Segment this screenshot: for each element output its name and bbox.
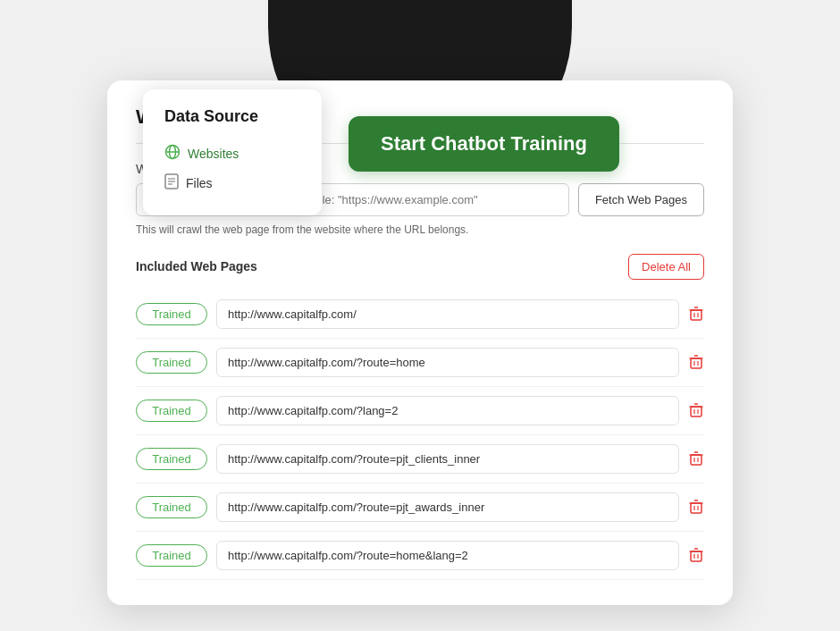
status-badge: Trained	[136, 448, 207, 470]
page-url: http://www.capitalfp.com/?route=home	[216, 348, 679, 377]
page-url: http://www.capitalfp.com/	[216, 299, 679, 329]
page-url: http://www.capitalfp.com/?route=pjt_clie…	[216, 444, 679, 474]
globe-icon	[164, 144, 181, 163]
table-row: Trained http://www.capitalfp.com/?route=…	[136, 484, 704, 532]
dropdown-websites-label: Websites	[188, 147, 239, 161]
status-badge: Trained	[136, 303, 207, 325]
table-row: Trained http://www.capitalfp.com/?route=…	[136, 435, 704, 484]
table-row: Trained http://www.capitalfp.com/?route=…	[136, 532, 704, 580]
web-pages-list: Trained http://www.capitalfp.com/ Traine…	[136, 290, 704, 580]
dropdown-files-label: Files	[186, 176, 213, 190]
svg-rect-17	[691, 407, 701, 416]
page-url: http://www.capitalfp.com/?lang=2	[216, 396, 679, 425]
delete-icon[interactable]	[688, 547, 704, 563]
delete-all-button[interactable]: Delete All	[628, 254, 704, 280]
status-badge: Trained	[136, 544, 207, 567]
delete-icon[interactable]	[688, 450, 704, 467]
svg-rect-27	[691, 503, 701, 513]
status-badge: Trained	[136, 400, 207, 422]
svg-rect-7	[691, 310, 701, 320]
table-row: Trained http://www.capitalfp.com/?lang=2	[136, 387, 704, 435]
page-url: http://www.capitalfp.com/?route=home&lan…	[216, 541, 679, 570]
included-header: Included Web Pages Delete All	[136, 254, 704, 280]
table-row: Trained http://www.capitalfp.com/	[136, 290, 704, 339]
svg-rect-32	[691, 551, 701, 561]
page-url: http://www.capitalfp.com/?route=pjt_awar…	[216, 492, 679, 522]
svg-rect-22	[691, 455, 701, 465]
dropdown-item-websites[interactable]: Websites	[164, 139, 300, 168]
fetch-button[interactable]: Fetch Web Pages	[578, 183, 704, 216]
delete-icon[interactable]	[688, 354, 704, 370]
dropdown-item-files[interactable]: Files	[164, 168, 300, 198]
crawl-hint: This will crawl the web page from the we…	[136, 223, 704, 236]
status-badge: Trained	[136, 496, 207, 518]
svg-rect-12	[691, 358, 701, 368]
table-row: Trained http://www.capitalfp.com/?route=…	[136, 339, 704, 387]
start-training-button[interactable]: Start Chatbot Training	[349, 116, 619, 172]
status-badge: Trained	[136, 351, 207, 374]
delete-icon[interactable]	[688, 499, 704, 515]
dropdown-title: Data Source	[164, 107, 300, 126]
delete-icon[interactable]	[688, 306, 704, 322]
included-label: Included Web Pages	[136, 259, 257, 273]
data-source-dropdown: Data Source Websites Files	[143, 89, 322, 215]
delete-icon[interactable]	[688, 402, 704, 418]
file-icon	[164, 173, 179, 192]
